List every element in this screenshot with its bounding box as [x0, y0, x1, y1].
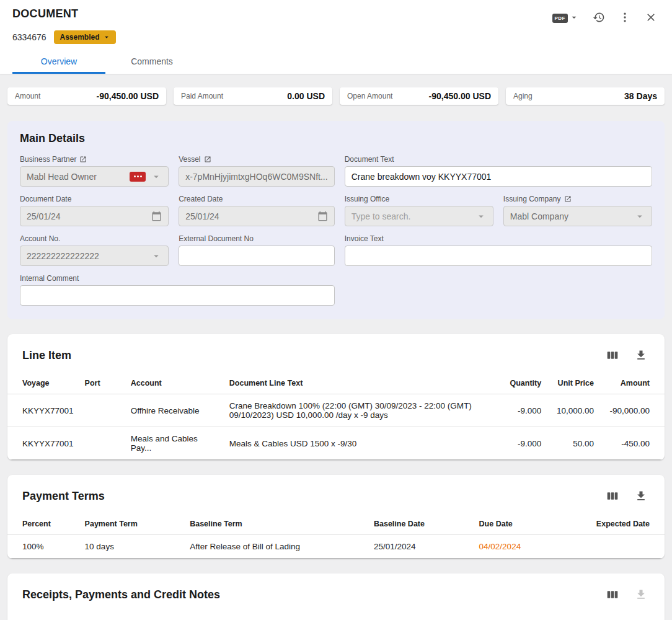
created-date-input[interactable]: 25/01/24 — [179, 206, 335, 226]
invoice-text-input[interactable] — [345, 246, 652, 266]
vessel-input[interactable]: x-7pMnHjyjimtxgHOq6WC0M9SNft... — [179, 166, 335, 187]
column-header: Due Date — [474, 513, 566, 535]
field-label: Document Date — [20, 195, 71, 203]
document-date-input[interactable]: 25/01/24 — [20, 206, 169, 226]
line-item-table: Voyage Port Account Document Line Text Q… — [7, 373, 665, 460]
created-date-value: 25/01/24 — [185, 211, 317, 221]
business-partner-select[interactable]: Mabl Head Owner — [20, 166, 169, 187]
external-link-icon[interactable] — [204, 156, 211, 163]
summary-value: 0.00 USD — [287, 91, 325, 101]
tab-comments[interactable]: Comments — [105, 50, 198, 74]
column-header: Document Date — [244, 612, 402, 620]
chevron-down-icon — [569, 12, 579, 24]
receipts-table: Document No Document Date Document Type … — [7, 612, 665, 620]
column-header: Unit Price — [546, 373, 599, 394]
external-document-no-input[interactable] — [179, 246, 335, 266]
download-icon — [635, 490, 647, 502]
summary-label: Open Amount — [347, 92, 392, 100]
status-badge[interactable]: Assembled — [54, 30, 116, 44]
business-partner-value: Mabl Head Owner — [27, 172, 130, 182]
field-account-no: Account No. 222222222222222 — [20, 234, 169, 266]
column-header: Document No — [99, 612, 244, 620]
cell-port — [80, 394, 126, 427]
table-row[interactable]: KKYYX77001 Offhire Receivable Crane Brea… — [7, 394, 665, 427]
table-row[interactable]: 100% 10 days After Release of Bill of La… — [7, 535, 665, 559]
field-label: Vessel — [179, 155, 200, 164]
close-button[interactable] — [642, 9, 660, 28]
cell-voyage: KKYYX77001 — [7, 394, 80, 427]
document-text-input[interactable] — [345, 166, 652, 187]
field-document-date: Document Date 25/01/24 — [20, 195, 169, 226]
external-link-icon[interactable] — [79, 156, 87, 163]
field-internal-comment: Internal Comment — [20, 274, 335, 306]
more-options-button[interactable] — [616, 9, 634, 28]
document-date-value: 25/01/24 — [27, 211, 151, 221]
cell-account: Meals and Cables Pay... — [126, 427, 224, 460]
pdf-export-button[interactable]: PDF — [550, 10, 582, 27]
summary-card-amount: Amount -90,450.00 USD — [7, 87, 166, 105]
field-invoice-text: Invoice Text — [345, 234, 652, 266]
cell-baseline-date: 25/01/2024 — [369, 535, 474, 559]
chevron-down-icon — [151, 171, 162, 182]
payment-terms-section: Payment Terms Percent Payment Term Basel… — [7, 475, 665, 559]
field-label: Business Partner — [20, 155, 76, 164]
field-issuing-office: Issuing Office Type to search. — [345, 195, 493, 226]
column-header: Expected Date — [566, 513, 665, 535]
cell-amount: -450.00 — [599, 427, 665, 460]
chevron-down-icon — [634, 211, 645, 222]
pdf-icon: PDF — [552, 14, 568, 23]
issuing-office-select[interactable]: Type to search. — [345, 206, 493, 226]
calendar-icon — [317, 211, 328, 221]
column-settings-button[interactable] — [604, 347, 621, 364]
download-button[interactable] — [632, 347, 650, 364]
columns-icon — [606, 588, 619, 601]
chevron-down-icon — [102, 33, 111, 42]
history-button[interactable] — [590, 9, 608, 28]
calendar-icon — [151, 211, 162, 221]
field-label: Created Date — [179, 195, 223, 203]
account-no-select[interactable]: 222222222222222 — [20, 246, 169, 266]
kebab-menu-icon — [619, 11, 631, 25]
summary-card-open-amount: Open Amount -90,450.00 USD — [340, 87, 498, 105]
field-document-text: Document Text — [345, 155, 652, 187]
field-label: Issuing Office — [345, 195, 389, 203]
payment-terms-table: Percent Payment Term Baseline Term Basel… — [7, 513, 665, 559]
summary-card-aging: Aging 38 Days — [506, 87, 665, 105]
column-settings-button[interactable] — [604, 487, 621, 505]
cell-due-date: 04/02/2024 — [474, 535, 566, 559]
cell-quantity: -9.000 — [487, 394, 546, 427]
column-settings-button[interactable] — [604, 586, 621, 603]
summary-value: -90,450.00 USD — [97, 91, 159, 101]
download-button[interactable] — [632, 487, 650, 505]
receipts-title: Receipts, Payments and Credit Notes — [22, 588, 220, 601]
issuing-company-value: Mabl Company — [510, 211, 634, 221]
field-label: Invoice Text — [345, 234, 384, 243]
field-label: Account No. — [20, 234, 60, 243]
tab-bar: Overview Comments — [12, 50, 660, 74]
cell-unit-price: 10,000.00 — [546, 394, 599, 427]
table-row[interactable]: KKYYX77001 Meals and Cables Pay... Meals… — [7, 427, 665, 460]
issuing-company-select[interactable]: Mabl Company — [503, 206, 652, 226]
summary-label: Paid Amount — [181, 92, 223, 100]
column-header: Amount — [599, 373, 665, 394]
cell-unit-price: 50.00 — [546, 427, 599, 460]
field-vessel: Vessel x-7pMnHjyjimtxgHOq6WC0M9SNft... — [179, 155, 335, 187]
internal-comment-input[interactable] — [20, 285, 335, 306]
ellipsis-badge-icon — [130, 172, 146, 182]
main-details-title: Main Details — [20, 132, 652, 145]
page-title: DOCUMENT — [12, 7, 78, 20]
column-header: Amount — [573, 612, 665, 620]
field-label: External Document No — [179, 234, 254, 243]
select-all-header — [7, 612, 99, 620]
chevron-down-icon — [151, 250, 162, 262]
payment-terms-title: Payment Terms — [22, 490, 105, 503]
download-icon — [635, 588, 647, 601]
cell-payment-term: 10 days — [80, 535, 185, 559]
tab-overview[interactable]: Overview — [12, 50, 105, 74]
cell-quantity: -9.000 — [487, 427, 546, 460]
document-number: 6334676 — [12, 32, 46, 42]
external-link-icon[interactable] — [564, 195, 572, 203]
column-header: Voyage — [7, 373, 80, 394]
columns-icon — [606, 349, 619, 361]
close-icon — [645, 11, 657, 25]
